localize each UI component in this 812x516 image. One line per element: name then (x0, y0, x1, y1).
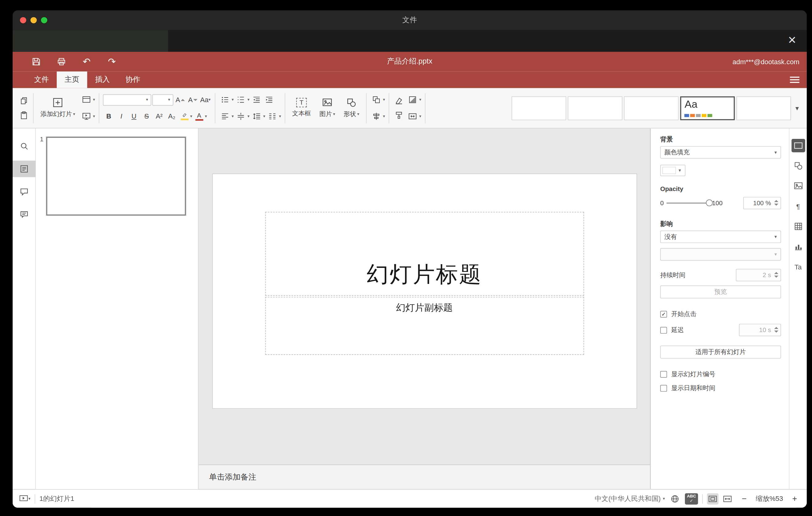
tab-file[interactable]: 文件 (26, 71, 57, 88)
change-layout-button[interactable]: ▾ (81, 93, 95, 107)
comments-icon[interactable] (13, 183, 35, 200)
chat-icon[interactable] (13, 206, 35, 223)
add-slide-button[interactable]: 添加幻灯片 ▾ (37, 96, 78, 120)
insert-textbox-button[interactable]: T 文本框 (289, 97, 314, 119)
paragraph-settings-icon[interactable]: ¶ (791, 199, 805, 213)
copy-icon[interactable] (18, 95, 29, 107)
document-language-icon[interactable] (670, 494, 680, 503)
vertical-align-button[interactable] (235, 111, 246, 122)
superscript-button[interactable]: A² (153, 111, 165, 122)
columns-button[interactable] (266, 111, 278, 122)
subtitle-placeholder[interactable]: 幻灯片副标题 (265, 297, 584, 355)
print-icon[interactable] (56, 56, 67, 67)
bold-button[interactable]: B (103, 111, 114, 122)
line-spacing-button[interactable] (251, 111, 262, 122)
duration-input[interactable]: 2 s (736, 269, 781, 281)
subscript-button[interactable]: A₂ (166, 111, 177, 122)
strikeout-button[interactable]: S (141, 111, 152, 122)
theme-gallery-expand-icon[interactable]: ▾ (793, 104, 802, 112)
effect-variant-select[interactable]: ▾ (660, 248, 781, 260)
shape-settings-icon[interactable] (791, 159, 805, 173)
close-icon[interactable]: × (784, 32, 800, 49)
numbering-button[interactable] (235, 94, 246, 106)
font-size-select[interactable]: ▾ (152, 94, 173, 106)
spinner-arrows-icon[interactable] (774, 200, 778, 205)
slide-settings-icon[interactable] (791, 139, 805, 152)
change-case-button[interactable]: Aa ▾ (200, 94, 211, 106)
delay-input[interactable]: 10 s (739, 324, 781, 336)
arrange-shape-button[interactable]: ▾ (370, 93, 385, 107)
notes-area[interactable]: 单击添加备注 (199, 465, 650, 489)
tab-insert[interactable]: 插入 (87, 71, 118, 88)
preview-button[interactable]: 预览 (660, 285, 781, 298)
paste-icon[interactable] (18, 110, 29, 121)
decrement-font-size-button[interactable]: A (187, 94, 198, 106)
decrease-indent-icon[interactable] (251, 94, 262, 106)
left-toolbar-rail (13, 128, 36, 489)
apply-to-all-slides-button[interactable]: 适用于所有幻灯片 (660, 346, 781, 359)
slide-thumbnail[interactable] (46, 137, 186, 216)
tab-collaboration[interactable]: 协作 (118, 71, 148, 88)
clear-style-icon[interactable] (393, 95, 404, 107)
spinner-arrows-icon[interactable] (774, 327, 778, 333)
start-on-click-checkbox[interactable]: ✓ (660, 311, 667, 318)
copy-style-icon[interactable] (393, 110, 404, 121)
slides-panel-icon[interactable] (13, 161, 35, 177)
text-art-settings-icon[interactable]: Ta (791, 260, 805, 274)
transition-effect-select[interactable]: 没有 ▾ (660, 231, 781, 243)
opacity-value-input[interactable]: 100 % (743, 197, 781, 209)
insert-shape-button[interactable]: 形状 ▾ (340, 96, 362, 120)
menu-icon[interactable] (790, 77, 800, 83)
theme-tile[interactable] (737, 96, 791, 120)
theme-tile[interactable] (568, 96, 622, 120)
redo-icon[interactable]: ↷ (106, 56, 118, 67)
increase-indent-icon[interactable] (263, 94, 274, 106)
save-icon[interactable] (31, 56, 42, 67)
spinner-arrows-icon[interactable] (774, 272, 778, 278)
align-shape-button[interactable]: ▾ (370, 110, 385, 123)
increment-font-size-button[interactable]: A (174, 94, 186, 106)
tab-home[interactable]: 主页 (57, 71, 87, 88)
search-icon[interactable] (13, 138, 35, 154)
slide-canvas[interactable]: 幻灯片标题 幻灯片副标题 (212, 173, 637, 409)
theme-tile[interactable] (624, 96, 679, 120)
zoom-out-button[interactable]: − (738, 494, 750, 503)
opacity-slider[interactable] (666, 202, 709, 203)
theme-tile[interactable] (512, 96, 567, 120)
minimize-traffic-light[interactable] (31, 17, 37, 23)
start-slideshow-button[interactable]: ▾ (81, 110, 95, 123)
account-email[interactable]: adm***@dootask.com (732, 58, 799, 65)
show-date-time-checkbox[interactable] (660, 385, 667, 392)
fit-to-width-icon[interactable] (723, 494, 732, 503)
fit-to-slide-icon[interactable] (707, 493, 719, 504)
language-select[interactable]: 中文(中华人民共和国) ▾ (595, 494, 665, 503)
insert-image-button[interactable]: 图片 ▾ (316, 96, 339, 120)
zoom-traffic-light[interactable] (41, 17, 47, 23)
zoom-in-button[interactable]: + (789, 494, 800, 503)
show-slide-number-checkbox[interactable] (660, 371, 667, 378)
bullets-button[interactable] (219, 94, 230, 106)
slide-size-button[interactable]: ▾ (407, 110, 422, 123)
background-fill-select[interactable]: 颜色填充 ▾ (660, 146, 781, 158)
undo-icon[interactable]: ↶ (81, 56, 92, 67)
chevron-down-icon: ▾ (774, 234, 777, 239)
font-color-button[interactable]: A ▾ (194, 111, 207, 122)
theme-tile-selected[interactable]: Aa (680, 96, 735, 120)
highlight-color-button[interactable]: ▾ (179, 111, 192, 122)
title-placeholder[interactable]: 幻灯片标题 (265, 212, 584, 296)
chart-settings-icon[interactable] (791, 240, 805, 253)
spell-check-icon[interactable]: ABC ✓ (685, 493, 698, 504)
image-settings-icon[interactable] (791, 179, 805, 193)
delay-checkbox[interactable] (660, 326, 667, 333)
horizontal-align-button[interactable] (219, 111, 230, 122)
font-name-select[interactable]: ▾ (103, 94, 151, 106)
table-settings-icon[interactable] (791, 220, 805, 233)
chevron-down-icon[interactable]: ▾ (28, 496, 31, 500)
underline-button[interactable]: U (128, 111, 140, 122)
background-color-picker[interactable]: ▾ (660, 165, 686, 176)
opacity-slider-knob[interactable] (706, 199, 713, 206)
italic-button[interactable]: I (116, 111, 127, 122)
start-slideshow-status-icon[interactable] (19, 494, 28, 503)
close-traffic-light[interactable] (20, 17, 26, 23)
slide-fill-button[interactable]: ▾ (407, 93, 422, 107)
